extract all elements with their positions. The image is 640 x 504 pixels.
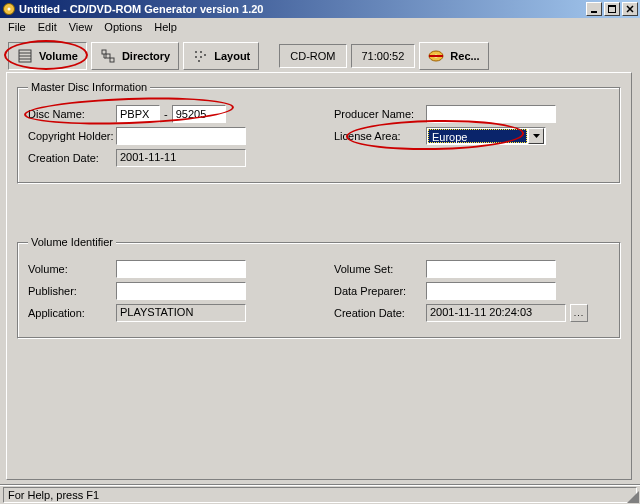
svg-rect-9 [102, 50, 106, 54]
copyright-input[interactable] [116, 127, 246, 145]
status-bar: For Help, press F1 [0, 484, 640, 504]
volume-label: Volume: [28, 263, 116, 275]
layout-tab-label: Layout [214, 50, 250, 62]
volume-icon [17, 48, 33, 64]
resize-grip[interactable] [625, 489, 639, 503]
svg-point-15 [200, 56, 202, 58]
preparer-label: Data Preparer: [334, 285, 426, 297]
creation-date-browse-button[interactable]: ... [570, 304, 588, 322]
svg-point-14 [195, 56, 197, 58]
maximize-button[interactable] [604, 2, 620, 16]
record-icon [428, 48, 444, 64]
svg-rect-2 [591, 11, 597, 13]
media-type-box[interactable]: CD-ROM [279, 44, 346, 68]
time-box: 71:00:52 [351, 44, 416, 68]
volumeset-input[interactable] [426, 260, 556, 278]
volumeset-label: Volume Set: [334, 263, 426, 275]
window-title: Untitled - CD/DVD-ROM Generator version … [19, 3, 264, 15]
publisher-input[interactable] [116, 282, 246, 300]
record-button[interactable]: Rec... [419, 42, 488, 70]
license-dropdown[interactable]: Europe [426, 127, 546, 145]
copyright-label: Copyright Holder: [28, 130, 116, 142]
svg-point-12 [195, 51, 197, 53]
menu-edit[interactable]: Edit [32, 19, 63, 35]
license-label: License Area: [334, 130, 426, 142]
volume-identifier-group: Volume Identifier Volume: Publisher: App… [17, 236, 621, 339]
dropdown-arrow-button[interactable] [528, 128, 544, 144]
master-disc-legend: Master Disc Information [28, 81, 150, 93]
master-disc-group: Master Disc Information Disc Name: - Cop… [17, 81, 621, 184]
creation-date-field: 2001-11-11 [116, 149, 246, 167]
close-button[interactable] [622, 2, 638, 16]
directory-tab-label: Directory [122, 50, 170, 62]
svg-rect-11 [110, 58, 114, 62]
application-label: Application: [28, 307, 116, 319]
menu-bar: File Edit View Options Help [0, 18, 640, 36]
producer-input[interactable] [426, 105, 556, 123]
application-field: PLAYSTATION [116, 304, 246, 322]
disc-name-prefix-input[interactable] [116, 105, 160, 123]
svg-rect-4 [608, 5, 616, 7]
minimize-button[interactable] [586, 2, 602, 16]
svg-rect-10 [106, 54, 110, 58]
layout-tab-button[interactable]: Layout [183, 42, 259, 70]
menu-view[interactable]: View [63, 19, 99, 35]
record-label: Rec... [450, 50, 479, 62]
layout-icon [192, 48, 208, 64]
volume-tab-button[interactable]: Volume [8, 42, 87, 70]
status-text: For Help, press F1 [3, 487, 637, 503]
svg-point-17 [198, 60, 200, 62]
content-panel: Master Disc Information Disc Name: - Cop… [6, 72, 632, 480]
toolbar: Volume Directory Layout CD-ROM 71:00:52 … [0, 36, 640, 76]
disc-name-label: Disc Name: [28, 108, 116, 120]
chevron-down-icon [533, 134, 540, 138]
directory-icon [100, 48, 116, 64]
disc-name-separator: - [160, 108, 172, 120]
volume-tab-label: Volume [39, 50, 78, 62]
menu-help[interactable]: Help [148, 19, 183, 35]
ellipsis-icon: ... [574, 308, 585, 318]
svg-point-13 [200, 51, 202, 53]
menu-options[interactable]: Options [98, 19, 148, 35]
svg-point-16 [204, 54, 206, 56]
publisher-label: Publisher: [28, 285, 116, 297]
preparer-input[interactable] [426, 282, 556, 300]
volume-input[interactable] [116, 260, 246, 278]
volume-identifier-legend: Volume Identifier [28, 236, 116, 248]
vol-creation-field: 2001-11-11 20:24:03 [426, 304, 566, 322]
creation-date-label: Creation Date: [28, 152, 116, 164]
directory-tab-button[interactable]: Directory [91, 42, 179, 70]
disc-name-number-input[interactable] [172, 105, 226, 123]
license-selected: Europe [428, 129, 527, 143]
svg-rect-20 [429, 55, 443, 57]
app-icon [2, 2, 16, 16]
vol-creation-label: Creation Date: [334, 307, 426, 319]
svg-point-1 [8, 8, 11, 11]
producer-label: Producer Name: [334, 108, 426, 120]
menu-file[interactable]: File [2, 19, 32, 35]
title-bar: Untitled - CD/DVD-ROM Generator version … [0, 0, 640, 18]
